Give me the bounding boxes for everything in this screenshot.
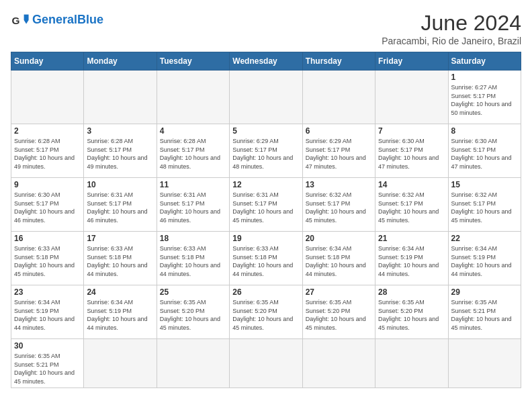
calendar-cell: 25Sunrise: 6:35 AM Sunset: 5:20 PM Dayli… — [157, 285, 229, 339]
calendar-cell: 4Sunrise: 6:28 AM Sunset: 5:17 PM Daylig… — [157, 124, 229, 178]
calendar-cell: 15Sunrise: 6:32 AM Sunset: 5:17 PM Dayli… — [448, 178, 521, 232]
day-number: 11 — [160, 180, 226, 189]
calendar-cell: 6Sunrise: 6:29 AM Sunset: 5:17 PM Daylig… — [302, 124, 375, 178]
svg-text:G: G — [11, 15, 19, 26]
calendar-cell: 19Sunrise: 6:33 AM Sunset: 5:18 PM Dayli… — [230, 232, 302, 285]
calendar-cell — [84, 71, 157, 124]
day-info: Sunrise: 6:35 AM Sunset: 5:20 PM Dayligh… — [378, 298, 445, 332]
day-info: Sunrise: 6:29 AM Sunset: 5:17 PM Dayligh… — [306, 137, 372, 171]
calendar-cell — [157, 339, 229, 388]
day-number: 17 — [87, 234, 153, 243]
location: Paracambi, Rio de Janeiro, Brazil — [382, 36, 521, 46]
day-number: 10 — [87, 180, 153, 189]
day-info: Sunrise: 6:35 AM Sunset: 5:20 PM Dayligh… — [232, 298, 299, 332]
calendar-cell: 26Sunrise: 6:35 AM Sunset: 5:20 PM Dayli… — [230, 285, 302, 339]
day-number: 14 — [378, 180, 445, 189]
day-info: Sunrise: 6:34 AM Sunset: 5:19 PM Dayligh… — [14, 298, 81, 332]
calendar-cell: 8Sunrise: 6:30 AM Sunset: 5:17 PM Daylig… — [448, 124, 521, 178]
calendar-cell: 23Sunrise: 6:34 AM Sunset: 5:19 PM Dayli… — [11, 285, 84, 339]
day-info: Sunrise: 6:33 AM Sunset: 5:18 PM Dayligh… — [160, 244, 226, 278]
svg-marker-2 — [24, 20, 29, 24]
day-number: 19 — [232, 234, 299, 243]
day-number: 1 — [451, 73, 518, 82]
day-number: 15 — [451, 180, 518, 189]
day-number: 26 — [232, 287, 299, 297]
calendar-cell: 10Sunrise: 6:31 AM Sunset: 5:17 PM Dayli… — [84, 178, 157, 232]
calendar-cell: 27Sunrise: 6:35 AM Sunset: 5:20 PM Dayli… — [302, 285, 375, 339]
day-number: 16 — [14, 234, 81, 243]
col-header-tuesday: Tuesday — [157, 52, 229, 71]
calendar-cell: 21Sunrise: 6:34 AM Sunset: 5:19 PM Dayli… — [375, 232, 448, 285]
calendar-cell: 11Sunrise: 6:31 AM Sunset: 5:17 PM Dayli… — [157, 178, 229, 232]
day-info: Sunrise: 6:35 AM Sunset: 5:20 PM Dayligh… — [306, 298, 372, 332]
day-info: Sunrise: 6:31 AM Sunset: 5:17 PM Dayligh… — [232, 191, 299, 224]
day-number: 21 — [378, 234, 445, 243]
col-header-saturday: Saturday — [448, 52, 521, 71]
logo-text: GeneralBlue — [32, 13, 103, 27]
day-info: Sunrise: 6:34 AM Sunset: 5:18 PM Dayligh… — [306, 244, 372, 278]
day-info: Sunrise: 6:28 AM Sunset: 5:17 PM Dayligh… — [87, 137, 153, 171]
calendar-cell: 5Sunrise: 6:29 AM Sunset: 5:17 PM Daylig… — [230, 124, 302, 178]
day-number: 8 — [451, 126, 518, 136]
calendar-cell — [84, 339, 157, 388]
day-info: Sunrise: 6:31 AM Sunset: 5:17 PM Dayligh… — [160, 191, 226, 224]
day-number: 6 — [306, 126, 372, 136]
day-number: 5 — [232, 126, 299, 136]
calendar-cell — [302, 71, 375, 124]
day-info: Sunrise: 6:27 AM Sunset: 5:17 PM Dayligh… — [451, 83, 518, 117]
col-header-monday: Monday — [84, 52, 157, 71]
day-number: 18 — [160, 234, 226, 243]
day-number: 13 — [306, 180, 372, 189]
svg-marker-1 — [24, 15, 29, 20]
day-number: 3 — [87, 126, 153, 136]
col-header-sunday: Sunday — [11, 52, 84, 71]
calendar-cell — [375, 71, 448, 124]
day-number: 7 — [378, 126, 445, 136]
calendar-cell: 22Sunrise: 6:34 AM Sunset: 5:19 PM Dayli… — [448, 232, 521, 285]
calendar-cell — [375, 339, 448, 388]
day-number: 24 — [87, 287, 153, 297]
calendar-cell: 29Sunrise: 6:35 AM Sunset: 5:21 PM Dayli… — [448, 285, 521, 339]
day-number: 12 — [232, 180, 299, 189]
day-number: 22 — [451, 234, 518, 243]
day-number: 2 — [14, 126, 81, 136]
day-info: Sunrise: 6:34 AM Sunset: 5:19 PM Dayligh… — [87, 298, 153, 332]
calendar-cell: 20Sunrise: 6:34 AM Sunset: 5:18 PM Dayli… — [302, 232, 375, 285]
calendar-cell — [230, 71, 302, 124]
day-info: Sunrise: 6:29 AM Sunset: 5:17 PM Dayligh… — [232, 137, 299, 171]
day-number: 28 — [378, 287, 445, 297]
day-number: 29 — [451, 287, 518, 297]
day-info: Sunrise: 6:30 AM Sunset: 5:17 PM Dayligh… — [378, 137, 445, 171]
day-info: Sunrise: 6:33 AM Sunset: 5:18 PM Dayligh… — [87, 244, 153, 278]
calendar-cell: 12Sunrise: 6:31 AM Sunset: 5:17 PM Dayli… — [230, 178, 302, 232]
col-header-thursday: Thursday — [302, 52, 375, 71]
day-info: Sunrise: 6:33 AM Sunset: 5:18 PM Dayligh… — [14, 244, 81, 278]
calendar-cell: 17Sunrise: 6:33 AM Sunset: 5:18 PM Dayli… — [84, 232, 157, 285]
day-info: Sunrise: 6:33 AM Sunset: 5:18 PM Dayligh… — [232, 244, 299, 278]
calendar-cell — [230, 339, 302, 388]
logo-icon: G — [11, 11, 30, 30]
page-header: G GeneralBlue June 2024 Paracambi, Rio d… — [11, 11, 521, 46]
day-info: Sunrise: 6:30 AM Sunset: 5:17 PM Dayligh… — [14, 191, 81, 224]
calendar-cell: 9Sunrise: 6:30 AM Sunset: 5:17 PM Daylig… — [11, 178, 84, 232]
day-number: 4 — [160, 126, 226, 136]
day-info: Sunrise: 6:35 AM Sunset: 5:21 PM Dayligh… — [14, 352, 81, 385]
col-header-wednesday: Wednesday — [230, 52, 302, 71]
calendar-cell — [11, 71, 84, 124]
day-info: Sunrise: 6:32 AM Sunset: 5:17 PM Dayligh… — [378, 191, 445, 224]
day-number: 27 — [306, 287, 372, 297]
calendar-cell — [448, 339, 521, 388]
calendar-cell: 7Sunrise: 6:30 AM Sunset: 5:17 PM Daylig… — [375, 124, 448, 178]
day-number: 20 — [306, 234, 372, 243]
day-info: Sunrise: 6:31 AM Sunset: 5:17 PM Dayligh… — [87, 191, 153, 224]
day-number: 9 — [14, 180, 81, 189]
calendar-table: SundayMondayTuesdayWednesdayThursdayFrid… — [11, 52, 521, 388]
calendar-cell: 13Sunrise: 6:32 AM Sunset: 5:17 PM Dayli… — [302, 178, 375, 232]
calendar-cell — [157, 71, 229, 124]
calendar-cell: 24Sunrise: 6:34 AM Sunset: 5:19 PM Dayli… — [84, 285, 157, 339]
month-title: June 2024 — [382, 11, 521, 36]
day-number: 25 — [160, 287, 226, 297]
calendar-cell: 30Sunrise: 6:35 AM Sunset: 5:21 PM Dayli… — [11, 339, 84, 388]
day-info: Sunrise: 6:34 AM Sunset: 5:19 PM Dayligh… — [378, 244, 445, 278]
col-header-friday: Friday — [375, 52, 448, 71]
